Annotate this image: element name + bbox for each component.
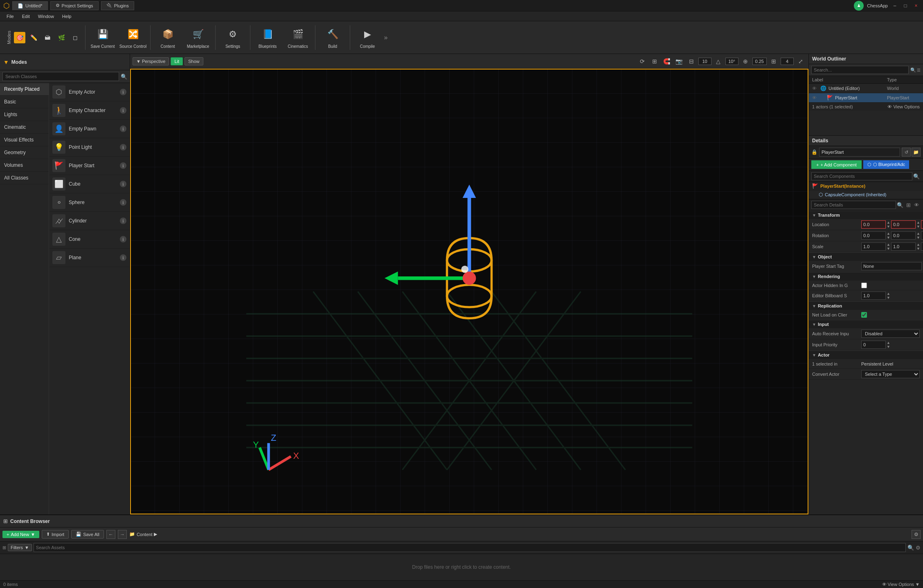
- convert-actor-select[interactable]: Select a Type: [861, 370, 920, 378]
- tab-untitled[interactable]: 📄 Untitled*: [12, 1, 48, 10]
- auto-receive-select[interactable]: Disabled: [861, 330, 920, 338]
- mode-placement[interactable]: 🎯: [14, 32, 25, 43]
- actor-name-input[interactable]: [819, 148, 900, 157]
- actor-info-btn[interactable]: ℹ: [120, 199, 126, 206]
- scale-icon[interactable]: ⊕: [740, 56, 751, 67]
- eye-icon-playerstart[interactable]: 👁: [812, 94, 819, 101]
- angle-icon[interactable]: △: [713, 56, 724, 67]
- actor-empty-actor[interactable]: ⬡ Empty Actor ℹ: [49, 83, 130, 101]
- actor-info-btn[interactable]: ℹ: [120, 107, 126, 114]
- category-volumes[interactable]: Volumes: [0, 159, 49, 172]
- section-object[interactable]: ▼ Object: [809, 252, 923, 261]
- spin-billboard[interactable]: ▲▼: [887, 292, 890, 300]
- maximize-button[interactable]: □: [902, 2, 909, 9]
- search-settings-icon[interactable]: ⚙: [916, 545, 921, 551]
- actor-info-btn[interactable]: ℹ: [120, 126, 126, 132]
- location-x-input[interactable]: [861, 220, 886, 229]
- player-start-tag-input[interactable]: [861, 262, 922, 270]
- spin-priority[interactable]: ▲▼: [887, 341, 890, 349]
- actor-info-btn[interactable]: ℹ: [120, 144, 126, 150]
- blueprint-button[interactable]: ⬡ ⬡ Blueprint/Adc: [863, 160, 909, 169]
- save-all-button[interactable]: 💾 Save All: [71, 530, 104, 539]
- actor-sphere[interactable]: ⚬ Sphere ℹ: [49, 193, 130, 212]
- tab-project-settings[interactable]: ⚙ Project Settings: [50, 1, 99, 10]
- mode-landscape[interactable]: 🏔: [42, 32, 53, 43]
- build-button[interactable]: 🔨 Build: [318, 23, 347, 52]
- section-replication[interactable]: ▼ Replication: [809, 301, 923, 310]
- actor-point-light[interactable]: 💡 Point Light ℹ: [49, 138, 130, 157]
- outliner-item-playerstart[interactable]: 👁 🚩 PlayerStart PlayerStart: [809, 93, 923, 103]
- multi-icon[interactable]: ⊞: [768, 56, 779, 67]
- close-button[interactable]: ×: [912, 2, 920, 9]
- lit-button[interactable]: Lit: [171, 57, 183, 65]
- actor-cube[interactable]: ⬜ Cube ℹ: [49, 175, 130, 193]
- mode-foliage[interactable]: 🌿: [56, 32, 67, 43]
- section-transform[interactable]: ▼ Transform: [809, 211, 923, 219]
- spin-sy[interactable]: ▲▼: [916, 242, 920, 251]
- spin-rx[interactable]: ▲▼: [887, 231, 890, 240]
- cinematics-button[interactable]: 🎬 Cinematics: [283, 23, 313, 52]
- spin-sx[interactable]: ▲▼: [887, 242, 890, 251]
- cb-settings-icon[interactable]: ⚙: [912, 530, 921, 539]
- actor-hidden-checkbox[interactable]: [861, 283, 867, 288]
- settings-button[interactable]: ⚙ Settings: [218, 23, 248, 52]
- grid-toggle[interactable]: ⊟: [686, 56, 697, 67]
- search-details-input[interactable]: [811, 201, 896, 209]
- spin-lx[interactable]: ▲▼: [887, 220, 890, 229]
- category-recently-placed[interactable]: Recently Placed: [0, 83, 49, 96]
- save-current-button[interactable]: 💾 Save Current: [88, 23, 117, 52]
- outliner-search-input[interactable]: [811, 66, 909, 74]
- category-geometry[interactable]: Geometry: [0, 146, 49, 159]
- view-options-cb[interactable]: 👁 View Options ▼: [882, 582, 920, 587]
- actor-plane[interactable]: ▱ Plane ℹ: [49, 249, 130, 267]
- location-y-input[interactable]: [891, 220, 916, 229]
- scale-z-input[interactable]: [921, 242, 923, 251]
- menu-help[interactable]: Help: [59, 13, 75, 20]
- actor-empty-pawn[interactable]: 👤 Empty Pawn ℹ: [49, 120, 130, 138]
- mode-paint[interactable]: ✏️: [28, 32, 39, 43]
- actor-info-btn[interactable]: ℹ: [120, 218, 126, 224]
- snap-icon[interactable]: 🧲: [662, 56, 672, 67]
- location-z-input[interactable]: [921, 220, 923, 229]
- actor-info-btn[interactable]: ℹ: [120, 254, 126, 261]
- filters-button[interactable]: Filters ▼: [8, 544, 32, 551]
- rotation-x-input[interactable]: [861, 231, 886, 240]
- view-options-outliner[interactable]: 👁 View Options: [887, 104, 920, 109]
- menu-window[interactable]: Window: [35, 13, 57, 20]
- actor-empty-character[interactable]: 🚶 Empty Character ℹ: [49, 101, 130, 120]
- compile-button[interactable]: ▶ Compile: [353, 23, 382, 52]
- rotation-z-input[interactable]: [921, 231, 923, 240]
- actor-info-btn[interactable]: ℹ: [120, 181, 126, 187]
- net-load-checkbox[interactable]: [861, 312, 867, 318]
- browse-btn[interactable]: 📁: [912, 148, 921, 157]
- blueprints-button[interactable]: 📘 Blueprints: [253, 23, 282, 52]
- nav-forward-button[interactable]: →: [118, 530, 127, 539]
- add-component-button[interactable]: + + Add Component: [811, 160, 862, 169]
- source-control-button[interactable]: 🔀 Source Control: [118, 23, 148, 52]
- perspective-dropdown[interactable]: ▼ Perspective: [133, 57, 169, 65]
- section-input[interactable]: ▼ Input: [809, 320, 923, 328]
- section-actor[interactable]: ▼ Actor: [809, 350, 923, 359]
- section-rendering[interactable]: ▼ Rendering: [809, 272, 923, 281]
- category-basic[interactable]: Basic: [0, 96, 49, 108]
- input-priority-input[interactable]: [861, 341, 886, 349]
- scale-y-input[interactable]: [891, 242, 916, 251]
- editor-billboard-input[interactable]: [861, 292, 886, 300]
- reset-btn[interactable]: ↺: [902, 148, 911, 157]
- category-visual-effects[interactable]: Visual Effects: [0, 134, 49, 146]
- show-button[interactable]: Show: [185, 57, 203, 65]
- content-button[interactable]: 📦 Content: [153, 23, 182, 52]
- eye-icon-untitled[interactable]: 👁: [812, 85, 819, 92]
- spin-ly[interactable]: ▲▼: [916, 220, 920, 229]
- tab-plugins[interactable]: 🔌 Plugins: [101, 1, 134, 10]
- transform-icon[interactable]: ⟳: [637, 56, 648, 67]
- nav-back-button[interactable]: ←: [106, 530, 115, 539]
- search-components-input[interactable]: [811, 172, 912, 180]
- component-capsule[interactable]: ⬡ CapsuleComponent (Inherited): [809, 191, 923, 199]
- import-button[interactable]: ⬆ Import: [42, 530, 69, 539]
- actor-cylinder[interactable]: ⌭ Cylinder ℹ: [49, 212, 130, 230]
- add-new-button[interactable]: + Add New ▼: [2, 531, 39, 538]
- category-cinematic[interactable]: Cinematic: [0, 121, 49, 134]
- category-lights[interactable]: Lights: [0, 108, 49, 121]
- category-all-classes[interactable]: All Classes: [0, 172, 49, 184]
